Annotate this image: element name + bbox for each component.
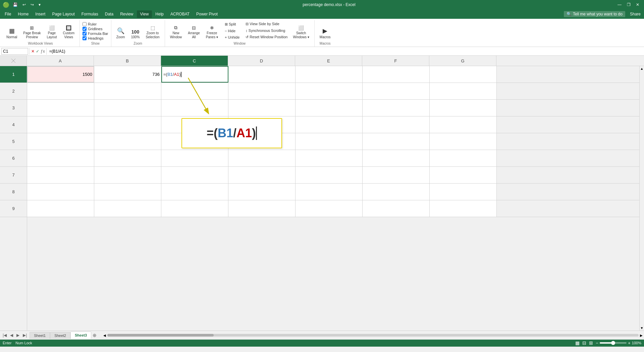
col-header-b[interactable]: B — [94, 56, 161, 66]
cell-a5[interactable] — [27, 133, 94, 150]
headings-checkbox[interactable] — [83, 36, 87, 40]
menu-acrobat[interactable]: ACROBAT — [167, 10, 193, 18]
cell-e3[interactable] — [296, 100, 363, 116]
cell-e8[interactable] — [296, 184, 363, 200]
cell-g1[interactable] — [430, 66, 497, 83]
scroll-thumb-h[interactable] — [107, 334, 214, 337]
minimize-button[interactable]: — — [615, 2, 624, 8]
cell-c1[interactable]: =(B1/A1) — [161, 66, 228, 83]
horizontal-scrollbar[interactable]: ◀ ▶ — [103, 334, 643, 337]
view-side-by-side-button[interactable]: ⊟ View Side by Side — [244, 21, 289, 27]
reset-position-button[interactable]: ↺ Reset Window Position — [244, 34, 289, 40]
col-header-d[interactable]: D — [228, 56, 295, 66]
tab-sheet1[interactable]: Sheet1 — [30, 332, 50, 339]
cell-g4[interactable] — [430, 116, 497, 133]
cell-b8[interactable] — [94, 184, 161, 200]
cell-f2[interactable] — [363, 83, 430, 99]
cancel-formula-icon[interactable]: ✕ — [31, 49, 35, 54]
freeze-panes-button[interactable]: ❄ FreezePanes ▾ — [204, 24, 220, 40]
cell-f1[interactable] — [363, 66, 430, 83]
page-layout-button[interactable]: ⬜ PageLayout — [45, 24, 59, 40]
cell-e2[interactable] — [296, 83, 363, 99]
col-header-c[interactable]: C — [161, 56, 228, 66]
cell-g8[interactable] — [430, 184, 497, 200]
cell-b1[interactable]: 736 — [94, 66, 161, 83]
zoom-slider-thumb[interactable] — [611, 341, 615, 345]
view-normal-button[interactable]: ▦ — [575, 340, 580, 346]
cell-d2[interactable] — [228, 83, 296, 99]
menu-power-pivot[interactable]: Power Pivot — [193, 10, 221, 18]
cell-f7[interactable] — [363, 167, 430, 183]
cell-d6[interactable] — [228, 150, 296, 166]
ruler-checkbox-row[interactable]: Ruler — [83, 22, 108, 26]
cell-g7[interactable] — [430, 167, 497, 183]
zoom-100-button[interactable]: 100 100% — [129, 28, 142, 40]
tab-nav-prev[interactable]: ◀ — [9, 332, 14, 338]
switch-windows-button[interactable]: ⬜ SwitchWindows ▾ — [290, 24, 311, 40]
tab-nav-first[interactable]: |◀ — [1, 332, 8, 338]
share-button[interactable]: Share — [628, 11, 643, 17]
view-page-break-button[interactable]: ⊞ — [589, 340, 593, 346]
gridlines-checkbox-row[interactable]: Gridlines — [83, 27, 108, 31]
cell-c6[interactable] — [161, 150, 228, 166]
col-header-g[interactable]: G — [429, 56, 496, 66]
scroll-track[interactable] — [107, 334, 639, 337]
cell-g3[interactable] — [430, 100, 497, 116]
cell-a1[interactable]: 1500 — [27, 66, 94, 83]
close-button[interactable]: ✕ — [634, 2, 641, 8]
cell-c2[interactable] — [161, 83, 228, 99]
split-button[interactable]: ⊞ Split — [223, 21, 241, 28]
menu-file[interactable]: File — [1, 10, 14, 18]
zoom-in-button[interactable]: + — [628, 341, 631, 346]
row-header-6[interactable]: 6 — [0, 150, 27, 167]
row-header-7[interactable]: 7 — [0, 167, 27, 184]
cell-b5[interactable] — [94, 133, 161, 150]
menu-formulas[interactable]: Formulas — [78, 10, 102, 18]
zoom-button[interactable]: 🔍 Zoom — [114, 26, 127, 40]
row-header-8[interactable]: 8 — [0, 184, 27, 200]
custom-views-button[interactable]: 🔲 CustomViews — [61, 24, 77, 40]
scroll-left-button[interactable]: ◀ — [103, 334, 106, 337]
restore-button[interactable]: ❐ — [625, 2, 633, 8]
cell-f8[interactable] — [363, 184, 430, 200]
search-box[interactable]: 🔍 Tell me what you want to do — [564, 11, 625, 17]
row-header-2[interactable]: 2 — [0, 83, 27, 100]
menu-view[interactable]: View — [137, 10, 152, 18]
cell-a3[interactable] — [27, 100, 94, 116]
tab-nav-last[interactable]: ▶| — [21, 332, 28, 338]
cell-e6[interactable] — [296, 150, 363, 166]
insert-function-icon[interactable]: ƒx — [41, 49, 45, 54]
col-header-f[interactable]: F — [362, 56, 429, 66]
cell-b2[interactable] — [94, 83, 161, 99]
cell-a6[interactable] — [27, 150, 94, 166]
cell-a8[interactable] — [27, 184, 94, 200]
cell-b4[interactable] — [94, 116, 161, 133]
cell-d1[interactable] — [228, 66, 296, 83]
cell-d9[interactable] — [228, 200, 296, 217]
zoom-selection-button[interactable]: ⬚ Zoom toSelection — [144, 24, 162, 40]
row-header-4[interactable]: 4 — [0, 116, 27, 133]
view-page-layout-button[interactable]: ⊟ — [582, 340, 586, 346]
row-header-3[interactable]: 3 — [0, 100, 27, 116]
menu-review[interactable]: Review — [117, 10, 137, 18]
cell-e4[interactable] — [296, 116, 363, 133]
formula-input[interactable] — [48, 49, 643, 54]
redo-button[interactable]: ↪ — [29, 2, 36, 8]
menu-home[interactable]: Home — [14, 10, 32, 18]
cell-e1[interactable] — [296, 66, 363, 83]
cell-f9[interactable] — [363, 200, 430, 217]
tab-sheet2[interactable]: Sheet2 — [50, 332, 70, 339]
save-button[interactable]: 💾 — [11, 2, 20, 8]
zoom-slider[interactable] — [600, 342, 627, 344]
ruler-checkbox[interactable] — [83, 22, 87, 26]
zoom-out-button[interactable]: − — [596, 341, 598, 346]
menu-help[interactable]: Help — [152, 10, 167, 18]
cell-g6[interactable] — [430, 150, 497, 166]
tab-nav-next[interactable]: ▶ — [15, 332, 21, 338]
col-header-e[interactable]: E — [295, 56, 362, 66]
cell-g9[interactable] — [430, 200, 497, 217]
cell-e7[interactable] — [296, 167, 363, 183]
formula-bar-checkbox[interactable] — [83, 32, 87, 36]
cell-b6[interactable] — [94, 150, 161, 166]
tab-sheet3[interactable]: Sheet3 — [70, 332, 91, 339]
